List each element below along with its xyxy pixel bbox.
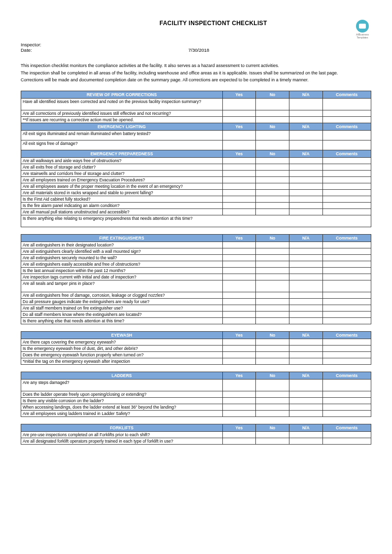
- answer-cell-na[interactable]: [289, 358, 322, 364]
- answer-cell-no[interactable]: [256, 305, 289, 311]
- answer-cell-comments[interactable]: [322, 176, 371, 183]
- answer-cell-no[interactable]: [256, 130, 289, 140]
- answer-cell-na[interactable]: [289, 261, 322, 267]
- answer-cell-na[interactable]: [289, 379, 322, 391]
- answer-cell-yes[interactable]: [222, 248, 256, 254]
- answer-cell-yes[interactable]: [222, 98, 256, 110]
- answer-cell-yes[interactable]: [222, 298, 256, 305]
- answer-cell-comments[interactable]: [322, 311, 371, 317]
- answer-cell-comments[interactable]: [322, 317, 371, 324]
- answer-cell-na[interactable]: [289, 183, 322, 189]
- answer-cell-comments[interactable]: [322, 170, 371, 176]
- answer-cell-no[interactable]: [256, 208, 289, 215]
- answer-cell-comments[interactable]: [322, 438, 371, 444]
- answer-cell-comments[interactable]: [322, 410, 371, 416]
- answer-cell-comments[interactable]: [322, 254, 371, 261]
- answer-cell-yes[interactable]: [222, 351, 256, 358]
- answer-cell-na[interactable]: [289, 157, 322, 164]
- answer-cell-yes[interactable]: [222, 274, 256, 280]
- answer-cell-no[interactable]: [256, 397, 289, 404]
- answer-cell-no[interactable]: [256, 110, 289, 116]
- answer-cell-yes[interactable]: [222, 404, 256, 410]
- answer-cell-no[interactable]: [256, 274, 289, 280]
- answer-cell-yes[interactable]: [222, 130, 256, 140]
- answer-cell-yes[interactable]: [222, 267, 256, 274]
- answer-cell-na[interactable]: [289, 351, 322, 358]
- answer-cell-comments[interactable]: [322, 183, 371, 189]
- answer-cell-no[interactable]: [256, 311, 289, 317]
- answer-cell-no[interactable]: [256, 196, 289, 202]
- answer-cell-no[interactable]: [256, 404, 289, 410]
- answer-cell-yes[interactable]: [222, 164, 256, 170]
- answer-cell-na[interactable]: [289, 345, 322, 351]
- answer-cell-no[interactable]: [256, 317, 289, 324]
- answer-cell-na[interactable]: [289, 208, 322, 215]
- answer-cell-no[interactable]: [256, 189, 289, 196]
- answer-cell-na[interactable]: [289, 280, 322, 292]
- answer-cell-comments[interactable]: [322, 397, 371, 404]
- answer-cell-no[interactable]: [256, 391, 289, 397]
- answer-cell-comments[interactable]: [322, 404, 371, 410]
- answer-cell-na[interactable]: [289, 404, 322, 410]
- answer-cell-yes[interactable]: [222, 242, 256, 248]
- answer-cell-na[interactable]: [289, 391, 322, 397]
- answer-cell-yes[interactable]: [222, 261, 256, 267]
- answer-cell-yes[interactable]: [222, 410, 256, 416]
- answer-cell-no[interactable]: [256, 140, 289, 150]
- answer-cell-na[interactable]: [289, 274, 322, 280]
- answer-cell-yes[interactable]: [222, 196, 256, 202]
- answer-cell-yes[interactable]: [222, 431, 256, 438]
- answer-cell-no[interactable]: [256, 379, 289, 391]
- answer-cell-na[interactable]: [289, 116, 322, 123]
- answer-cell-no[interactable]: [256, 261, 289, 267]
- answer-cell-comments[interactable]: [322, 189, 371, 196]
- answer-cell-na[interactable]: [289, 140, 322, 150]
- answer-cell-yes[interactable]: [222, 170, 256, 176]
- answer-cell-na[interactable]: [289, 438, 322, 444]
- answer-cell-no[interactable]: [256, 438, 289, 444]
- answer-cell-no[interactable]: [256, 292, 289, 298]
- answer-cell-no[interactable]: [256, 176, 289, 183]
- answer-cell-yes[interactable]: [222, 189, 256, 196]
- answer-cell-comments[interactable]: [322, 292, 371, 298]
- answer-cell-yes[interactable]: [222, 110, 256, 116]
- answer-cell-na[interactable]: [289, 317, 322, 324]
- answer-cell-na[interactable]: [289, 267, 322, 274]
- answer-cell-no[interactable]: [256, 280, 289, 292]
- answer-cell-comments[interactable]: [322, 248, 371, 254]
- answer-cell-yes[interactable]: [222, 183, 256, 189]
- answer-cell-na[interactable]: [289, 176, 322, 183]
- answer-cell-comments[interactable]: [322, 140, 371, 150]
- answer-cell-comments[interactable]: [322, 339, 371, 345]
- answer-cell-no[interactable]: [256, 358, 289, 364]
- answer-cell-comments[interactable]: [322, 358, 371, 364]
- answer-cell-yes[interactable]: [222, 358, 256, 364]
- answer-cell-no[interactable]: [256, 267, 289, 274]
- answer-cell-comments[interactable]: [322, 267, 371, 274]
- answer-cell-no[interactable]: [256, 351, 289, 358]
- answer-cell-no[interactable]: [256, 183, 289, 189]
- answer-cell-no[interactable]: [256, 248, 289, 254]
- answer-cell-na[interactable]: [289, 189, 322, 196]
- answer-cell-no[interactable]: [256, 410, 289, 416]
- answer-cell-no[interactable]: [256, 298, 289, 305]
- answer-cell-comments[interactable]: [322, 280, 371, 292]
- answer-cell-no[interactable]: [256, 164, 289, 170]
- answer-cell-na[interactable]: [289, 110, 322, 116]
- answer-cell-yes[interactable]: [222, 157, 256, 164]
- answer-cell-comments[interactable]: [322, 345, 371, 351]
- answer-cell-no[interactable]: [256, 202, 289, 208]
- answer-cell-yes[interactable]: [222, 292, 256, 298]
- answer-cell-na[interactable]: [289, 397, 322, 404]
- answer-cell-comments[interactable]: [322, 379, 371, 391]
- answer-cell-comments[interactable]: [322, 261, 371, 267]
- answer-cell-yes[interactable]: [222, 379, 256, 391]
- answer-cell-yes[interactable]: [222, 305, 256, 311]
- answer-cell-na[interactable]: [289, 410, 322, 416]
- answer-cell-na[interactable]: [289, 311, 322, 317]
- answer-cell-yes[interactable]: [222, 140, 256, 150]
- answer-cell-yes[interactable]: [222, 116, 256, 123]
- answer-cell-comments[interactable]: [322, 431, 371, 438]
- answer-cell-yes[interactable]: [222, 391, 256, 397]
- answer-cell-comments[interactable]: [322, 298, 371, 305]
